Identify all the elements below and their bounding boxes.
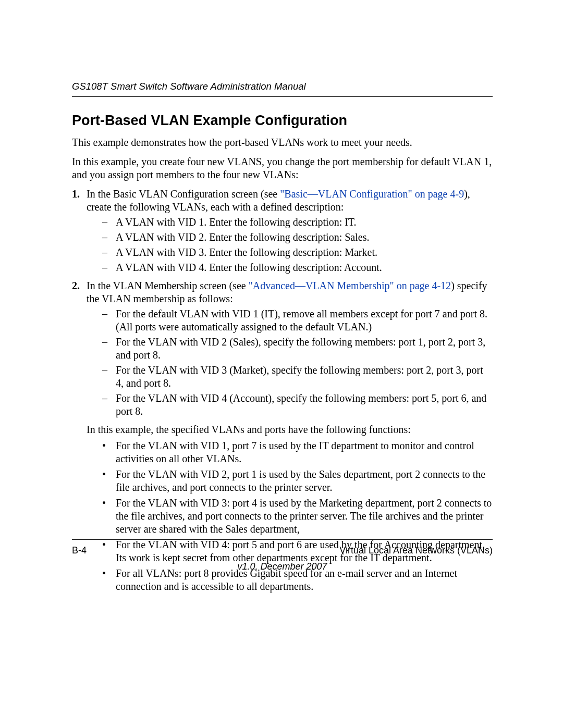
list-item: A VLAN with VID 3. Enter the following d… (87, 246, 493, 259)
link-basic-vlan-config[interactable]: "Basic—VLAN Configuration" on page 4-9 (280, 188, 464, 200)
steps-list: 1. In the Basic VLAN Configuration scree… (72, 188, 493, 593)
step-2-sublist: For the default VLAN with VID 1 (IT), re… (87, 307, 493, 418)
page: GS108T Smart Switch Software Administrat… (0, 0, 563, 728)
step-1-sublist: A VLAN with VID 1. Enter the following d… (87, 216, 493, 274)
footer-version: v1.0, December 2007 (72, 561, 493, 572)
list-item: For the VLAN with VID 1, port 7 is used … (87, 439, 493, 465)
list-item: A VLAN with VID 2. Enter the following d… (87, 231, 493, 244)
step-2-text-pre: In the VLAN Membership screen (see (87, 280, 249, 291)
list-item: For the VLAN with VID 3: port 4 is used … (87, 497, 493, 536)
list-item: A VLAN with VID 4. Enter the following d… (87, 261, 493, 274)
step-1-text-pre: In the Basic VLAN Configuration screen (… (87, 188, 280, 200)
footer-row: B-4 Virtual Local Area Networks (VLANs) (72, 545, 493, 556)
list-item: For the VLAN with VID 3 (Market), specif… (87, 364, 493, 390)
intro-paragraph-1: This example demonstrates how the port-b… (72, 136, 493, 149)
list-item: A VLAN with VID 1. Enter the following d… (87, 216, 493, 229)
page-footer: B-4 Virtual Local Area Networks (VLANs) … (72, 539, 493, 572)
section-title: Port-Based VLAN Example Configuration (72, 113, 493, 129)
step-1: 1. In the Basic VLAN Configuration scree… (72, 188, 493, 274)
list-item: For the default VLAN with VID 1 (IT), re… (87, 307, 493, 334)
list-item: For the VLAN with VID 4 (Account), speci… (87, 392, 493, 418)
list-item: For the VLAN with VID 2 (Sales), specify… (87, 336, 493, 362)
link-advanced-vlan-membership[interactable]: "Advanced—VLAN Membership" on page 4-12 (249, 280, 451, 291)
step-2-mid-paragraph: In this example, the specified VLANs and… (87, 423, 493, 436)
intro-paragraph-2: In this example, you create four new VLA… (72, 155, 493, 181)
step-number: 2. (72, 279, 80, 292)
running-header: GS108T Smart Switch Software Administrat… (72, 81, 493, 97)
footer-chapter-title: Virtual Local Area Networks (VLANs) (339, 545, 493, 556)
list-item: For the VLAN with VID 2, port 1 is used … (87, 468, 493, 494)
page-number: B-4 (72, 545, 87, 556)
step-number: 1. (72, 188, 80, 201)
footer-rule (72, 539, 493, 540)
